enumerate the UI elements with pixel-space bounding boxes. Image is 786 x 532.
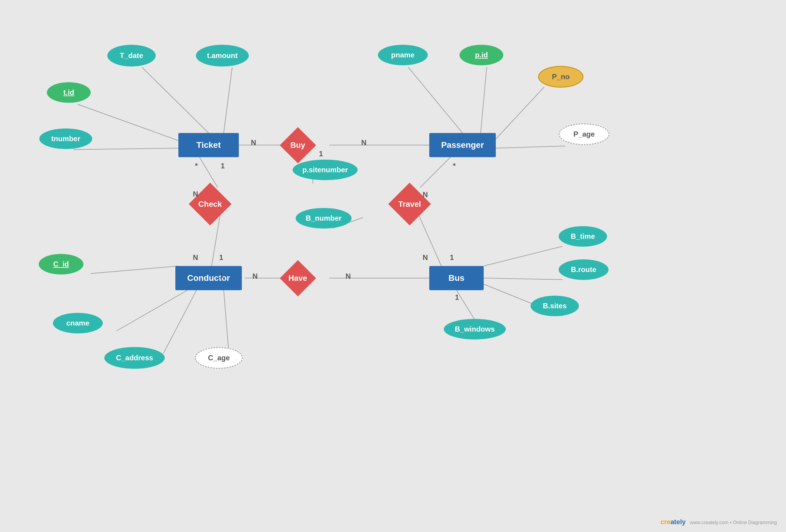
- attribute-t-date: T_date: [107, 45, 156, 67]
- cardinality-have-n-right: N: [346, 272, 351, 280]
- cardinality-buy-n-right: N: [361, 138, 366, 147]
- attribute-cname: cname: [53, 313, 103, 333]
- cardinality-check-n-top: N: [193, 190, 198, 198]
- attribute-b-number: B_number: [296, 208, 352, 229]
- svg-line-19: [224, 290, 229, 354]
- svg-line-3: [73, 148, 178, 149]
- entity-ticket: Ticket: [178, 133, 239, 157]
- cardinality-passenger-star: *: [453, 162, 456, 170]
- attribute-p-age: P_age: [559, 123, 609, 145]
- svg-line-13: [417, 212, 441, 266]
- cardinality-check-n-bottom: N: [193, 253, 198, 262]
- attribute-t-amount: t.amount: [196, 45, 249, 67]
- cardinality-buy-1: 1: [319, 149, 323, 158]
- attribute-p-no: P_no: [538, 66, 583, 88]
- entity-passenger: Passenger: [429, 133, 496, 157]
- svg-line-16: [91, 266, 178, 274]
- svg-line-2: [78, 104, 178, 141]
- cardinality-travel-n-top: N: [423, 190, 428, 199]
- cardinality-conductor-1b: 1: [219, 272, 223, 280]
- attribute-c-address: C_address: [104, 347, 165, 369]
- svg-line-10: [200, 157, 218, 187]
- cardinality-ticket-1: 1: [221, 162, 225, 170]
- svg-line-22: [484, 246, 562, 266]
- cardinality-bus-1: 1: [450, 253, 454, 262]
- svg-line-18: [163, 290, 196, 354]
- attribute-b-route: B.route: [559, 259, 608, 280]
- attribute-tnumber: tnumber: [39, 129, 92, 149]
- cardinality-travel-n-bottom: N: [423, 253, 428, 262]
- attribute-b-time: B_time: [559, 226, 607, 247]
- attribute-c-age: C_age: [195, 347, 243, 369]
- attribute-c-id: C_id: [39, 254, 84, 275]
- svg-line-17: [116, 290, 187, 331]
- er-diagram: Ticket Passenger Conductor Bus Buy Check…: [0, 0, 786, 532]
- svg-line-8: [496, 87, 544, 139]
- svg-line-9: [496, 146, 565, 148]
- connection-lines: [0, 0, 786, 532]
- relationship-buy: Buy: [281, 133, 315, 157]
- attribute-p-id: p.id: [460, 45, 503, 65]
- entity-bus: Bus: [429, 266, 484, 290]
- svg-line-0: [142, 67, 209, 133]
- svg-line-12: [420, 157, 450, 187]
- attribute-b-windows: B_windows: [444, 319, 506, 340]
- cardinality-have-n-left: N: [252, 272, 258, 280]
- cardinality-ticket-star: *: [195, 162, 198, 170]
- svg-line-1: [224, 67, 232, 133]
- attribute-p-sitenumber: p.sitenumber: [293, 160, 357, 180]
- relationship-have: Have: [281, 266, 315, 290]
- svg-line-7: [481, 67, 487, 133]
- cardinality-buy-n-left: N: [251, 138, 256, 147]
- attribute-t-id: t.id: [47, 82, 91, 103]
- cardinality-bus-bottom-1: 1: [455, 293, 459, 302]
- svg-line-6: [408, 67, 463, 133]
- watermark: creately www.creately.com • Online Diagr…: [661, 518, 777, 526]
- attribute-pname: pname: [378, 45, 428, 65]
- attribute-b-sites: B.sites: [531, 296, 579, 316]
- entity-conductor: Conductor: [175, 266, 242, 290]
- cardinality-conductor-1: 1: [219, 253, 223, 262]
- svg-line-23: [484, 278, 562, 280]
